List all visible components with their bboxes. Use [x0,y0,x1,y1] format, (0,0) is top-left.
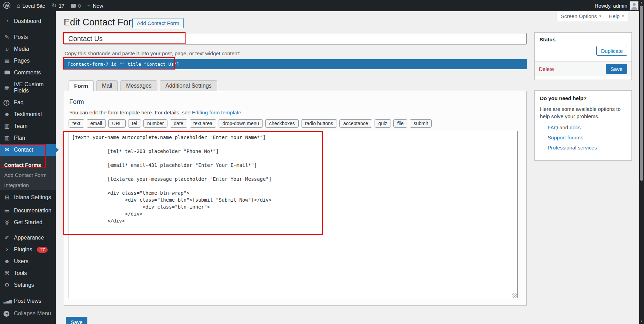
faq-link[interactable]: FAQ [548,124,558,130]
sidebar-item-testimonial[interactable]: ☻ Testimonial [0,108,56,120]
screen-options-tab[interactable]: Screen Options ▾ [557,11,605,21]
need-help-body: Here are some available options to help … [540,105,626,120]
tag-button-number[interactable]: number [143,119,167,128]
new-content-link[interactable]: + New [84,0,106,11]
sidebar-item-posts[interactable]: ✎ Posts [0,31,56,43]
tag-button-file[interactable]: file [393,119,407,128]
wp-logo-menu[interactable]: Ⓦ [0,0,14,11]
faq-icon: ? [3,100,10,106]
tag-button-acceptance[interactable]: acceptance [339,119,372,128]
tag-button-checkboxes[interactable]: checkboxes [265,119,299,128]
need-help-title: Do you need help? [540,95,626,101]
tag-button-radio-buttons[interactable]: radio buttons [301,119,337,128]
sidebar-item-team[interactable]: ▥ Team [0,120,56,132]
support-forums-row: Support forums [548,135,626,140]
form-title-input[interactable] [64,33,527,44]
sidebar-item-users[interactable]: ☻ Users [0,256,56,267]
sidebar-item-media[interactable]: ♫ Media [0,43,56,55]
sidebar-item-settings[interactable]: ⚙ Settings [0,279,56,291]
site-name-label: Local Site [22,3,45,9]
post-views-icon: ▂▄▆ [3,299,10,303]
scrollbar-up-arrow-icon[interactable]: ▲ [639,1,644,4]
custom-fields-icon: ▦ [3,85,10,90]
duplicate-button[interactable]: Duplicate [596,46,627,56]
tab-additional-settings[interactable]: Additional Settings [160,80,217,91]
need-help-box: Do you need help? Here are some availabl… [534,90,632,161]
updates-icon: ↻ [52,3,56,9]
shortcode-field[interactable]: [contact-form-7 id="" title="Contact Us"… [64,59,527,69]
sidebar-item-tools[interactable]: ⚒ Tools [0,267,56,279]
tag-button-quiz[interactable]: quiz [375,119,391,128]
form-template-editor[interactable]: [text* your-name autocomplete:name place… [69,131,518,298]
scrollbar-thumb[interactable] [640,6,643,181]
posts-icon: ✎ [3,34,10,40]
sidebar-item-pages[interactable]: ▤ Pages [0,55,56,67]
ibtana-settings-icon: ⊞ [3,195,10,200]
admin-sidebar: ◔ Dashboard ✎ Posts ♫ Media ▤ Pages Comm… [0,11,56,324]
docs-link[interactable]: docs [570,124,581,130]
professional-services-link[interactable]: Professional services [548,145,597,151]
tag-button-submit[interactable]: submit [410,119,432,128]
howdy-account-link[interactable]: Howdy, admin [595,3,627,9]
submenu-item-add-contact-form[interactable]: Add Contact Form [0,170,56,180]
tools-icon: ⚒ [3,270,10,276]
help-tab[interactable]: Help ▾ [605,11,628,21]
sidebar-item-get-started[interactable]: ≫ Get Started [0,217,56,228]
editing-form-template-link[interactable]: Editing form template [192,110,241,115]
faq-docs-row: FAQ and docs [548,124,626,130]
comments-link[interactable]: 0 [68,0,84,11]
team-icon: ▥ [3,123,10,129]
tag-button-url[interactable]: URL [108,119,126,128]
tab-form[interactable]: Form [69,80,94,91]
add-contact-form-button[interactable]: Add Contact Form [132,18,184,28]
sidebar-item-post-views[interactable]: ▂▄▆ Post Views [0,295,56,307]
plugins-update-badge: 17 [37,247,47,253]
sidebar-item-dashboard[interactable]: ◔ Dashboard [0,15,56,27]
save-button[interactable]: Save [66,317,87,324]
tab-messages[interactable]: Messages [120,80,157,91]
submenu-item-contact-forms[interactable]: Contact Forms [0,160,56,170]
sidebar-item-ive-custom-fields[interactable]: ▦ IVE Custom Fields [0,79,56,97]
updates-count: 17 [58,3,64,9]
sidebar-item-appearance[interactable]: ✐ Appearance [0,232,56,244]
updates-link[interactable]: ↻ 17 [48,0,68,11]
admin-menu: ◔ Dashboard ✎ Posts ♫ Media ▤ Pages Comm… [0,11,56,156]
collapse-menu-icon: ◀ [3,311,10,317]
status-box-body: Duplicate [535,42,631,61]
new-label: New [93,3,103,9]
tag-button-date[interactable]: date [170,119,187,128]
plus-icon: + [87,3,91,9]
get-started-icon: ≫ [4,219,10,226]
site-name-link[interactable]: ⌂ Local Site [14,0,48,11]
tag-button-drop-down-menu[interactable]: drop-down menu [219,119,263,128]
sidebar-item-ibtana-settings[interactable]: ⊞ Ibtana Settings [0,192,56,203]
tag-button-email[interactable]: email [87,119,106,128]
tag-button-text-area[interactable]: text area [190,119,216,128]
tag-button-tel[interactable]: tel [128,119,141,128]
tag-button-text[interactable]: text [69,119,84,128]
sidebar-item-plan[interactable]: ▥ Plan [0,132,56,144]
admin-bar: Ⓦ ⌂ Local Site ↻ 17 0 + New Howdy, admin [0,0,644,11]
sidebar-item-collapse-menu[interactable]: ◀ Collapse Menu [0,308,56,319]
textarea-resize-handle[interactable] [512,293,517,298]
tab-mail[interactable]: Mail [96,80,118,91]
sidebar-item-contact[interactable]: ✉ Contact [0,144,56,156]
support-forums-link[interactable]: Support forums [548,135,583,140]
sidebar-item-plugins[interactable]: ⚡ Plugins 17 [0,244,56,256]
sidebar-item-documentation[interactable]: ▤ Documentation [0,205,56,217]
delete-link[interactable]: Delete [539,66,554,72]
comment-bubble-icon [71,4,76,8]
sidebar-item-faq[interactable]: ? Faq [0,97,56,108]
status-save-button[interactable]: Save [606,64,627,74]
tag-generator-buttons: text email URL tel number date text area… [69,119,432,128]
submenu-item-integration[interactable]: Integration [0,180,56,190]
scrollbar-down-arrow-icon[interactable]: ▼ [639,320,644,323]
vertical-scrollbar: ▲ ▼ [639,0,644,324]
contact-submenu: Contact Forms Add Contact Form Integrati… [0,156,56,190]
status-box-footer: Delete Save [535,61,631,76]
avatar[interactable] [630,1,638,10]
media-icon: ♫ [3,46,10,52]
comments-icon [3,70,10,75]
sidebar-item-comments[interactable]: Comments [0,67,56,79]
home-icon: ⌂ [17,3,20,9]
